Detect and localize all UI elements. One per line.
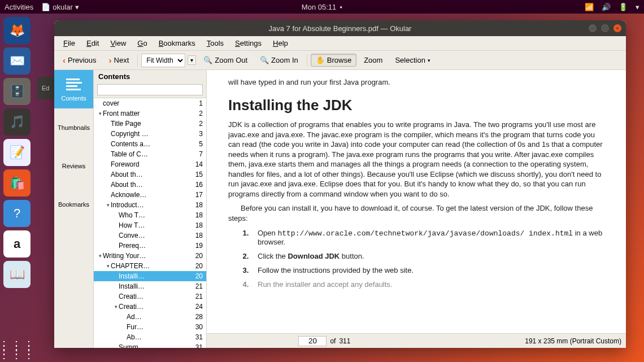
activities-button[interactable]: Activities [5,3,33,11]
clock[interactable]: Mon 05:11 [302,3,336,11]
toc-row[interactable]: Table of C…7 [94,149,206,159]
toc-row[interactable]: Title Page2 [94,119,206,129]
launcher-rhythmbox[interactable]: 🎵 [3,108,31,136]
window-titlebar[interactable]: Java 7 for Absolute Beginners.pdf — Okul… [54,20,626,36]
page-total: 311 [339,337,350,345]
toc-row[interactable]: ▾Front matter2 [94,108,206,119]
zoom-dropdown-button[interactable]: ▾ [188,55,196,65]
doc-step-3: Follow the instructions provided by the … [251,266,604,274]
toc-tree[interactable]: cover1▾Front matter2Title Page2Copyright… [94,98,206,348]
toc-row[interactable]: Contents a…5 [94,139,206,149]
power-menu-icon[interactable]: ▾ [636,3,639,11]
contents-header: Contents [94,70,206,83]
status-bar: of 311 191 x 235 mm (Portrait Custom) [207,333,626,348]
zoom-out-button[interactable]: 🔍Zoom Out [198,54,253,67]
launcher-files[interactable]: 🗄️ [3,78,31,105]
launcher-thunderbird[interactable]: ✉️ [3,47,31,75]
page-number-input[interactable] [298,336,327,346]
doc-paragraph-2: Before you can install it, you have to d… [228,203,604,223]
menu-tools[interactable]: Tools [202,38,228,49]
menu-bookmarks[interactable]: Bookmarks [154,38,200,49]
menu-go[interactable]: Go [133,38,151,49]
show-applications-icon[interactable]: ⋮⋮⋮⋮⋮⋮⋮⋮⋮ [0,343,36,356]
zoom-out-icon: 🔍 [203,56,212,64]
app-menu[interactable]: 📄 okular ▾ [41,3,79,11]
okular-window: Java 7 for Absolute Beginners.pdf — Okul… [54,20,626,348]
window-title: Java 7 for Absolute Beginners.pdf — Okul… [269,24,412,33]
zoom-mode-select[interactable]: Fit Width [141,54,185,67]
sidetab-thumbnails[interactable]: Thumbnails [54,108,93,147]
svg-rect-0 [66,78,80,80]
menu-edit[interactable]: Edit [82,38,103,49]
toc-row[interactable]: Installi…20 [94,271,206,281]
next-button[interactable]: ›Next [104,53,134,67]
toc-row[interactable]: Summ…31 [94,342,206,348]
close-button[interactable]: × [613,24,621,32]
sidetab-bookmarks[interactable]: Bookmarks [54,185,93,224]
page-dimensions: 191 x 235 mm (Portrait Custom) [525,337,621,345]
minimize-button[interactable]: – [589,24,597,32]
menu-view[interactable]: View [106,38,130,49]
toc-row[interactable]: Fur…30 [94,322,206,332]
launcher-okular-running[interactable]: 📖 [3,261,31,288]
launcher-software[interactable]: 🛍️ [3,169,31,197]
contents-icon [65,77,83,93]
doc-step-4: Run the installer and accept any default… [251,280,604,289]
toc-row[interactable]: Acknowle…17 [94,190,206,200]
page-of-label: of [330,337,336,345]
toc-row[interactable]: ▾Creati…24 [94,302,206,312]
chevron-right-icon: › [109,55,112,65]
side-tab-bar: Contents Thumbnails Reviews Bookmarks [54,70,94,348]
toc-row[interactable]: Ad…28 [94,312,206,322]
toc-row[interactable]: Who T…18 [94,210,206,220]
browse-tool-button[interactable]: ✋Browse [311,54,356,67]
menu-file[interactable]: File [59,38,80,49]
toc-row[interactable]: Prereq…19 [94,241,206,251]
toc-row[interactable]: Installi…21 [94,281,206,291]
previous-button[interactable]: ‹Previous [58,53,102,67]
toc-row[interactable]: ▾Introduct…18 [94,200,206,210]
doc-step-2: Click the Download JDK button. [251,252,604,260]
maximize-button[interactable]: ▢ [601,24,609,32]
doc-paragraph-1: JDK is a collection of programs that ena… [228,120,604,199]
toc-row[interactable]: About th…15 [94,169,206,180]
svg-rect-3 [66,89,81,90]
sidetab-reviews[interactable]: Reviews [54,147,93,185]
doc-intro-line: will have typed in and run your first Ja… [228,78,604,86]
network-icon[interactable]: 📶 [585,3,594,11]
toc-row[interactable]: cover1 [94,98,206,108]
toc-row[interactable]: How T…18 [94,220,206,230]
hand-icon: ✋ [316,56,325,64]
doc-heading: Installing the JDK [228,97,604,114]
okular-menu-icon: 📄 [41,3,50,11]
toc-row[interactable]: Foreword14 [94,159,206,169]
menu-help[interactable]: Help [268,38,293,49]
svg-rect-1 [66,82,82,84]
toc-row[interactable]: About th…16 [94,180,206,190]
toolbar: ‹Previous ›Next Fit Width ▾ 🔍Zoom Out 🔍Z… [54,51,626,70]
contents-search-input[interactable] [97,84,203,95]
system-topbar: Activities 📄 okular ▾ Mon 05:11 ● 📶 🔊 🔋 … [0,0,644,14]
battery-icon[interactable]: 🔋 [619,3,628,11]
contents-panel: Contents cover1▾Front matter2Title Page2… [94,70,207,348]
volume-icon[interactable]: 🔊 [602,3,611,11]
toc-row[interactable]: ▾Writing Your…20 [94,251,206,261]
launcher-writer[interactable]: 📝 [3,139,31,166]
launcher-help[interactable]: ? [3,200,31,227]
zoom-in-icon: 🔍 [260,56,269,64]
toc-row[interactable]: Ab…31 [94,332,206,342]
document-area[interactable]: will have typed in and run your first Ja… [207,70,626,348]
menu-bar: File Edit View Go Bookmarks Tools Settin… [54,36,626,51]
toc-row[interactable]: Conve…18 [94,230,206,241]
selection-tool-button[interactable]: Selection▾ [390,54,435,67]
launcher-firefox[interactable]: 🦊 [3,17,31,44]
zoom-tool-button[interactable]: Zoom [359,54,388,67]
toc-row[interactable]: Copyright …3 [94,129,206,139]
menu-settings[interactable]: Settings [230,38,266,49]
sidetab-contents[interactable]: Contents [54,70,93,108]
svg-rect-2 [66,85,77,87]
toc-row[interactable]: ▾CHAPTER…20 [94,261,206,271]
toc-row[interactable]: Creati…21 [94,291,206,302]
zoom-in-button[interactable]: 🔍Zoom In [255,54,303,67]
launcher-amazon[interactable]: a [3,230,31,258]
